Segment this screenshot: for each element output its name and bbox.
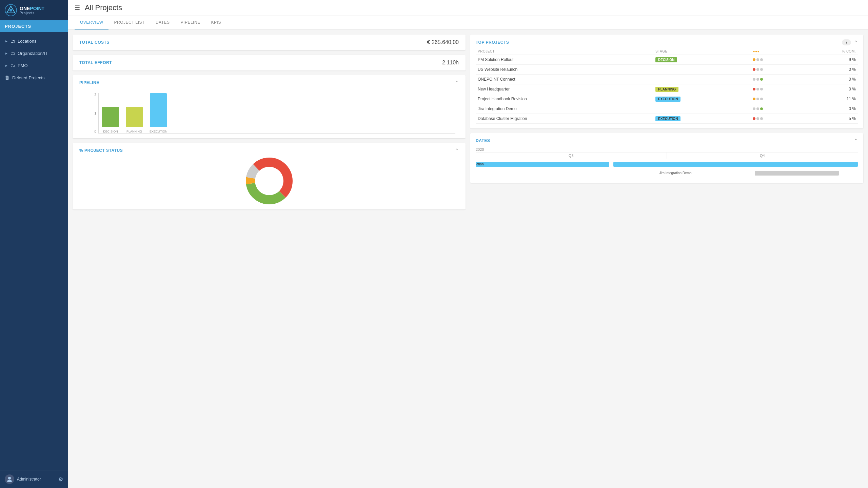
- project-name: Project Handbook Revision: [476, 94, 653, 104]
- col-pct: % COM.: [798, 48, 858, 55]
- tab-overview[interactable]: OVERVIEW: [75, 16, 108, 29]
- logo-projects-label: Projects: [20, 11, 44, 15]
- table-row: Database Cluster MigrationEXECUTION5 %: [476, 114, 858, 124]
- folder-icon: 🗂: [10, 63, 15, 68]
- table-row: US Website Relaunch0 %: [476, 65, 858, 75]
- y-label-0: 0: [90, 130, 96, 134]
- status-card-header: % PROJECT STATUS ⌃: [79, 148, 459, 153]
- table-row: New HeadquarterPLANNING0 %: [476, 84, 858, 94]
- gantt-q3: Q3: [476, 152, 667, 159]
- project-status-dots: [751, 114, 798, 124]
- tab-dates[interactable]: DATES: [150, 16, 175, 29]
- top-projects-card: TOP PROJECTS 7 ⌃ PROJECT STAGE ●●● % COM…: [470, 35, 863, 128]
- gantt-deadline-line: [724, 147, 724, 178]
- project-pct: 0 %: [798, 75, 858, 84]
- bar-decision-label: DECISION: [103, 130, 118, 133]
- total-costs-value: € 265.640,00: [427, 39, 459, 45]
- logo-area: ONEPOINT Projects: [0, 0, 68, 20]
- col-status: ●●●: [751, 48, 798, 55]
- gantt-row-2: Jira Integration Demo: [476, 169, 858, 177]
- top-projects-title: TOP PROJECTS: [476, 40, 509, 45]
- project-name: Database Cluster Migration: [476, 114, 653, 124]
- logo-text: ONEPOINT Projects: [20, 5, 44, 15]
- gantt-bar-blue-small: [476, 162, 609, 167]
- menu-icon[interactable]: ☰: [75, 4, 80, 12]
- project-pct: 0 %: [798, 84, 858, 94]
- tp-collapse-btn[interactable]: ⌃: [854, 40, 858, 45]
- tp-header: TOP PROJECTS 7 ⌃: [476, 39, 858, 45]
- sidebar-item-locations[interactable]: ► 🗂 Locations: [0, 35, 68, 47]
- pipeline-collapse-btn[interactable]: ⌃: [455, 80, 459, 85]
- sidebar-item-pmo[interactable]: ► 🗂 PMO: [0, 59, 68, 72]
- dates-title: DATES: [476, 138, 490, 143]
- y-label-1: 1: [90, 111, 96, 115]
- project-status-dots: [751, 65, 798, 75]
- project-status-dots: [751, 75, 798, 84]
- bar-chart-inner: DECISION PLANNING EXECUTION: [98, 93, 455, 134]
- y-label-2: 2: [90, 93, 96, 97]
- sidebar-item-label: Deleted Projects: [12, 75, 44, 80]
- project-stage: [653, 75, 751, 84]
- col-stage: STAGE: [653, 48, 751, 55]
- pipeline-card-header: PIPELINE ⌃: [79, 80, 459, 85]
- chevron-icon: ►: [5, 64, 8, 67]
- dates-card-header: DATES ⌃: [476, 138, 858, 143]
- gantt-label-2: Jira Integration Demo: [659, 171, 692, 175]
- gear-icon[interactable]: ⚙: [58, 476, 63, 483]
- total-costs-card: TOTAL COSTS € 265.640,00: [73, 35, 466, 50]
- project-name: ONEPOINT Connect: [476, 75, 653, 84]
- gantt-area: 2020 Q3 Q4 ation Jira Integration Demo: [476, 147, 858, 178]
- project-stage: [653, 65, 751, 75]
- chevron-icon: ►: [5, 39, 8, 43]
- bar-execution-label: EXECUTION: [150, 130, 167, 133]
- pipeline-title: PIPELINE: [79, 80, 99, 85]
- sidebar-footer: Administrator ⚙: [0, 470, 68, 488]
- bar-planning-label: PLANNING: [126, 130, 142, 133]
- status-collapse-btn[interactable]: ⌃: [455, 148, 459, 153]
- main-area: ☰ All Projects OVERVIEW PROJECT LIST DAT…: [68, 0, 868, 488]
- page-title: All Projects: [85, 3, 122, 12]
- svg-point-4: [7, 480, 12, 482]
- table-row: Project Handbook RevisionEXECUTION11 %: [476, 94, 858, 104]
- svg-point-9: [255, 167, 283, 195]
- right-column: TOP PROJECTS 7 ⌃ PROJECT STAGE ●●● % COM…: [470, 35, 863, 483]
- tab-kpis[interactable]: KPIS: [206, 16, 226, 29]
- sidebar-item-deleted-projects[interactable]: 🗑 Deleted Projects: [0, 72, 68, 84]
- project-status-dots: [751, 104, 798, 114]
- sidebar-item-label: Locations: [18, 39, 37, 44]
- tp-controls: 7 ⌃: [842, 39, 858, 45]
- tab-project-list[interactable]: PROJECT LIST: [108, 16, 150, 29]
- status-title: % PROJECT STATUS: [79, 148, 123, 153]
- content-area: TOTAL COSTS € 265.640,00 TOTAL EFFORT 2.…: [68, 30, 868, 488]
- sidebar-nav: ► 🗂 Locations ► 🗂 Organization/IT ► 🗂 PM…: [0, 32, 68, 470]
- project-status-card: % PROJECT STATUS ⌃: [73, 143, 466, 209]
- gantt-bar-blue-full: [613, 162, 858, 167]
- tab-pipeline[interactable]: PIPELINE: [175, 16, 206, 29]
- project-name: US Website Relaunch: [476, 65, 653, 75]
- col-project: PROJECT: [476, 48, 653, 55]
- folder-icon: 🗂: [10, 38, 15, 44]
- svg-point-3: [8, 477, 11, 480]
- bar-execution-group: EXECUTION: [150, 93, 167, 133]
- dates-collapse-btn[interactable]: ⌃: [854, 138, 858, 143]
- total-effort-label: TOTAL EFFORT: [79, 60, 112, 65]
- sidebar: ONEPOINT Projects PROJECTS ► 🗂 Locations…: [0, 0, 68, 488]
- table-row: ONEPOINT Connect0 %: [476, 75, 858, 84]
- project-status-dots: [751, 94, 798, 104]
- total-effort-card: TOTAL EFFORT 2.110h: [73, 55, 466, 70]
- bar-planning-group: PLANNING: [126, 107, 143, 133]
- project-name: PM Solution Rollout: [476, 55, 653, 65]
- bar-decision-group: DECISION: [102, 107, 119, 133]
- gantt-year: 2020: [476, 147, 858, 151]
- user-info: Administrator: [5, 474, 41, 484]
- projects-section-header: PROJECTS: [0, 20, 68, 32]
- project-stage: EXECUTION: [653, 114, 751, 124]
- sidebar-item-organization[interactable]: ► 🗂 Organization/IT: [0, 47, 68, 59]
- chevron-icon: ►: [5, 52, 8, 55]
- project-stage: EXECUTION: [653, 94, 751, 104]
- top-projects-tbody: PM Solution RolloutDECISION9 %US Website…: [476, 55, 858, 124]
- trash-icon: 🗑: [5, 75, 9, 80]
- project-pct: 0 %: [798, 104, 858, 114]
- left-column: TOTAL COSTS € 265.640,00 TOTAL EFFORT 2.…: [73, 35, 466, 483]
- bar-execution: [150, 93, 167, 127]
